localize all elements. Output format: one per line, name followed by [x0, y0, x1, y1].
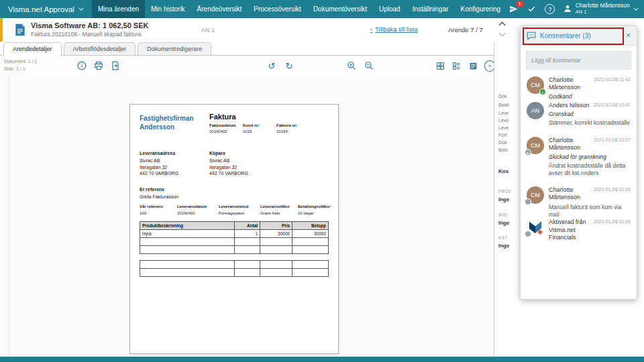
next-case-button[interactable] — [497, 30, 506, 39]
nav-right: 1 ? Charlotte Mårtensson AN 1 — [508, 0, 644, 18]
rotate-right-button[interactable]: ↻ — [284, 60, 294, 71]
grid-view-icon — [436, 62, 445, 70]
table-cell — [140, 246, 235, 254]
nav-label: Dokumentöversikt — [313, 5, 367, 13]
user-menu[interactable]: Charlotte Mårtensson AN 1 — [563, 3, 639, 15]
address-label: Leveransadress — [140, 150, 209, 157]
add-comment-area — [521, 46, 637, 72]
invoice-summary-table — [140, 260, 329, 277]
export-document-button[interactable] — [110, 60, 121, 71]
comment-author: Charlotte Mårtensson — [549, 76, 591, 92]
send-button[interactable]: 1 — [508, 4, 519, 15]
nav-item-upload[interactable]: Upload — [373, 0, 407, 18]
rotate-left-icon: ↺ — [268, 62, 276, 70]
brand-menu[interactable]: Visma.net Approval — [0, 0, 92, 18]
nav-item-installningar[interactable]: Inställningar — [407, 0, 455, 18]
reference-value: Greta Fakturasson — [140, 194, 178, 200]
info-button[interactable] — [76, 60, 87, 71]
list-view-button[interactable] — [468, 60, 478, 71]
col-header: Pris — [260, 222, 292, 230]
comment-timestamp: 2021-01-08 10:26 — [594, 186, 631, 192]
detail-label: Dok — [498, 140, 506, 145]
detail-label: Besk — [498, 103, 509, 107]
table-cell — [260, 246, 292, 254]
comment-timestamp: 2021-01-08 10:47 — [594, 102, 631, 107]
address-line: Iteragatan 32 — [140, 164, 209, 171]
viewer-counters: Dokument: 1 / 1 Side: 1 / 1 — [4, 58, 37, 72]
comment-author: Anders Nilsson — [549, 102, 590, 109]
grid-view-button[interactable] — [435, 60, 445, 71]
print-button[interactable] — [93, 60, 104, 71]
col-header: Belopp — [292, 222, 329, 230]
term-value: Företagspaket — [219, 210, 260, 217]
chevron-down-icon — [498, 32, 506, 37]
nav-item-konfigurering[interactable]: Konfigurering — [455, 0, 506, 18]
thumbnail-view-icon — [452, 62, 461, 70]
term-label: Betalningsvillkor — [298, 204, 329, 210]
comment-status: Granskad — [549, 111, 631, 117]
comment-timestamp: 2021-01-08 11:42 — [594, 76, 631, 82]
tasks-button[interactable] — [527, 4, 537, 15]
case-counter: Arende 7 / 7 — [448, 26, 483, 34]
footer-bar — [0, 357, 644, 362]
invoice-page: Fastighetsfirman Andersson Faktura Faktu… — [129, 104, 339, 354]
nav-item-mina-arenden[interactable]: Mina ärenden — [92, 0, 145, 18]
nav-item-min-historik[interactable]: Min historik — [145, 0, 191, 18]
tab-arbetsflodesdetaljer[interactable]: Arbetsflödesdetaljer — [64, 42, 136, 55]
rotate-left-button[interactable]: ↺ — [266, 60, 277, 71]
nav-item-arendeoversikt[interactable]: Ärendeöversikt — [191, 0, 248, 18]
thumbnail-view-button[interactable] — [451, 60, 462, 71]
case-navigation — [497, 19, 506, 39]
comment-timestamp: 2021-01-08 10:27 — [594, 137, 631, 142]
tab-arendedetaljer[interactable]: Arendedetaljer — [3, 42, 62, 56]
zoom-out-button[interactable] — [364, 60, 374, 71]
term-value: 20190401 — [177, 210, 219, 217]
nav-item-processoversikt[interactable]: Processöversikt — [248, 0, 307, 18]
nav-item-dokumentoversikt[interactable]: Dokumentöversikt — [307, 0, 373, 18]
avatar-initials: CM — [531, 192, 540, 198]
checkmark-icon — [527, 5, 536, 13]
detail-label: Belo — [498, 147, 508, 152]
invoice-reference: Er referens Greta Fakturasson — [140, 186, 178, 200]
detail-label: Leve — [498, 111, 508, 115]
close-icon[interactable]: × — [626, 32, 631, 40]
zoom-out-icon — [364, 61, 374, 70]
viewer-divider — [9, 75, 9, 357]
meta-label: Fakturadatum — [209, 123, 243, 129]
back-to-list-link[interactable]: ‹ Tillbaka till lista — [370, 25, 418, 33]
table-cell — [260, 238, 292, 246]
help-button[interactable]: ? — [545, 4, 555, 15]
previous-case-button[interactable] — [497, 19, 506, 28]
detail-field-value: Inge — [498, 196, 509, 202]
printer-icon — [94, 61, 103, 70]
reference-label: Er referens — [140, 186, 178, 193]
comment-badge-icon — [525, 198, 531, 205]
detail-label: Dok — [498, 94, 506, 99]
delivery-address: Leveransadress Sivrac AB Iteragatan 32 4… — [140, 150, 209, 177]
meta-label: Kund nr: — [243, 123, 276, 129]
tab-dokumentredigerare[interactable]: Dokumentredigerare — [138, 42, 211, 55]
detail-label: Leve — [498, 125, 508, 130]
nav-label: Mina ärenden — [98, 5, 139, 13]
comment-item: CM Charlotte Mårtensson 2021-01-08 10:26… — [527, 186, 631, 219]
table-cell — [260, 269, 292, 277]
address-label: Köpare — [209, 150, 279, 157]
meta-label: Faktura nr: — [276, 123, 310, 129]
table-empty-row — [140, 246, 329, 254]
detail-label: Förf — [498, 133, 506, 137]
comment-status: Skickad för granskning — [549, 154, 631, 160]
address-line: Iteragatan 32 — [209, 164, 279, 171]
avatar-initials: CM — [531, 142, 540, 149]
sent-badge-icon: ▸ — [525, 149, 531, 156]
zoom-in-button[interactable] — [346, 60, 357, 71]
nav-label: Processöversikt — [254, 5, 301, 13]
add-comment-input[interactable] — [526, 51, 631, 70]
table-cell — [235, 246, 260, 254]
invoice-company-name: Fastighetsfirman Andersson — [140, 114, 203, 131]
status-accent-bar — [0, 18, 3, 42]
list-view-icon — [469, 62, 478, 70]
invoice-addresses: Leveransadress Sivrac AB Iteragatan 32 4… — [140, 150, 279, 177]
invoice-document-icon — [15, 23, 25, 36]
comment-status: Godkänd — [549, 93, 631, 100]
invoice-line-table: Produktbeskrivning Antal Pris Belopp Hyr… — [140, 221, 329, 254]
